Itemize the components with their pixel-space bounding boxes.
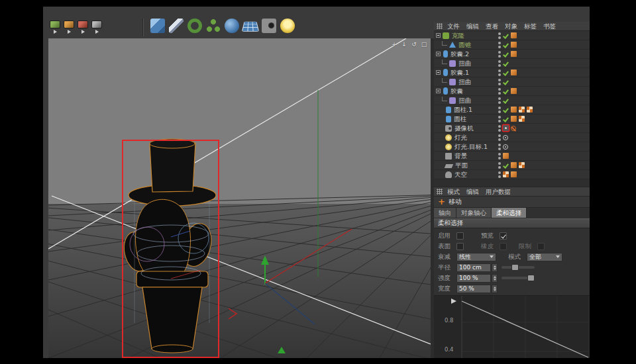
phong-tag-icon[interactable]: [511, 88, 517, 94]
phong-tag-icon[interactable]: [511, 42, 517, 48]
collapse-toggle-icon[interactable]: [436, 33, 441, 38]
strength-stepper[interactable]: [492, 274, 498, 283]
object-row-bend[interactable]: 扭曲: [434, 59, 590, 68]
phong-tag-icon[interactable]: [511, 107, 517, 113]
falloff-curve[interactable]: [434, 296, 590, 358]
visibility-toggles[interactable]: [498, 162, 501, 169]
enabled-check-icon[interactable]: [503, 60, 509, 67]
visibility-toggles[interactable]: [498, 42, 501, 48]
strength-input[interactable]: 100 %: [456, 274, 491, 283]
object-row-light[interactable]: 灯光: [434, 133, 590, 142]
visibility-toggles[interactable]: [498, 60, 501, 67]
phong-tag-icon[interactable]: [511, 162, 517, 168]
radius-slider[interactable]: [502, 266, 535, 269]
object-row-cylinder1[interactable]: 圆柱.1: [434, 105, 590, 114]
metaball-icon[interactable]: [225, 19, 239, 33]
phong-tag-icon[interactable]: [503, 153, 509, 159]
texture-tag-icon[interactable]: [519, 116, 525, 122]
enabled-check-icon[interactable]: [503, 32, 509, 39]
object-row-bend[interactable]: 扭曲: [434, 96, 590, 105]
render-queue-button[interactable]: [91, 21, 102, 34]
collapse-toggle-icon[interactable]: [436, 89, 441, 93]
mode-dropdown[interactable]: 全部: [527, 253, 562, 261]
enabled-check-icon[interactable]: [503, 97, 509, 104]
visibility-toggles[interactable]: [498, 125, 501, 132]
object-row-capsule[interactable]: 胶囊: [434, 87, 590, 96]
preview-checkbox[interactable]: [500, 232, 507, 240]
enabled-check-icon[interactable]: [503, 42, 509, 48]
collapse-toggle-icon[interactable]: [436, 52, 441, 56]
surface-checkbox[interactable]: [456, 243, 464, 250]
tab-object-axis[interactable]: 对象轴心: [456, 208, 492, 218]
enable-checkbox[interactable]: [456, 232, 464, 240]
slider-knob[interactable]: [527, 275, 535, 281]
width-stepper[interactable]: [492, 285, 498, 293]
visibility-toggles[interactable]: [498, 51, 501, 58]
menu-bookmarks[interactable]: 书签: [540, 22, 559, 31]
visibility-toggles[interactable]: [498, 153, 501, 159]
object-row-plane[interactable]: 平面: [434, 161, 590, 170]
object-row-capsule2[interactable]: 胶囊.2: [434, 50, 590, 59]
strength-slider[interactable]: [502, 277, 535, 279]
eraser-checkbox[interactable]: [500, 243, 507, 250]
light-tool-icon[interactable]: [280, 19, 295, 33]
enabled-check-icon[interactable]: [503, 69, 509, 76]
enabled-check-icon[interactable]: [503, 79, 509, 85]
menu-edit[interactable]: 编辑: [463, 187, 482, 197]
menu-edit[interactable]: 编辑: [463, 22, 482, 31]
compositing-tag-icon[interactable]: [511, 171, 517, 177]
menu-objects[interactable]: 对象: [502, 22, 521, 31]
render-settings-button[interactable]: [64, 21, 74, 34]
enabled-check-icon[interactable]: [503, 107, 509, 113]
texture-tag-icon[interactable]: [503, 171, 509, 177]
falloff-curve-panel[interactable]: 0.8 0.4: [434, 295, 590, 358]
visibility-toggles[interactable]: [498, 79, 501, 85]
object-row-camera[interactable]: 摄像机: [434, 124, 590, 133]
width-input[interactable]: 50 %: [456, 285, 491, 293]
visibility-toggles[interactable]: [498, 171, 501, 178]
visibility-toggles[interactable]: [498, 116, 501, 122]
visibility-toggles[interactable]: [498, 134, 501, 141]
slider-knob[interactable]: [511, 264, 519, 271]
pan-view-icon[interactable]: +: [390, 40, 398, 48]
panel-grip-icon[interactable]: [437, 23, 443, 29]
radius-input[interactable]: 100 cm: [456, 263, 491, 272]
visibility-toggles[interactable]: [498, 107, 501, 113]
tab-axis[interactable]: 轴向: [434, 208, 456, 218]
render-view-button[interactable]: [50, 21, 60, 34]
phong-tag-icon[interactable]: [511, 116, 517, 122]
object-row-background[interactable]: 背景: [434, 152, 590, 161]
phong-tag-icon[interactable]: [511, 32, 517, 38]
cube-primitive-icon[interactable]: [150, 19, 165, 33]
tab-soft-selection[interactable]: 柔和选择: [492, 208, 527, 218]
object-row-sky[interactable]: 天空: [434, 170, 590, 179]
mograph-array-icon[interactable]: [206, 19, 221, 33]
maximize-view-icon[interactable]: □: [420, 40, 428, 48]
texture-tag-icon[interactable]: [527, 107, 533, 113]
visibility-toggles[interactable]: [498, 32, 501, 39]
visibility-toggles[interactable]: [498, 97, 501, 104]
target-tag-icon[interactable]: [503, 144, 508, 150]
target-tag-icon[interactable]: [503, 135, 508, 140]
visibility-toggles[interactable]: [498, 144, 501, 150]
dolly-view-icon[interactable]: ↓: [400, 40, 408, 48]
enabled-check-icon[interactable]: [503, 162, 509, 169]
spline-pen-icon[interactable]: [169, 19, 184, 33]
radius-stepper[interactable]: [492, 263, 498, 272]
camera-tool-icon[interactable]: [262, 19, 276, 33]
phong-tag-icon[interactable]: [511, 51, 517, 57]
menu-file[interactable]: 文件: [444, 22, 463, 31]
edit-render-settings-button[interactable]: [78, 21, 88, 34]
menu-user-data[interactable]: 用户数据: [482, 187, 514, 197]
visibility-toggles[interactable]: [498, 69, 501, 76]
object-row-cone[interactable]: 圆锥: [434, 40, 590, 50]
object-row-light-target[interactable]: 灯光.目标.1: [434, 142, 590, 152]
object-row-cylinder[interactable]: 圆柱: [434, 114, 590, 124]
active-camera-toggle-highlighted[interactable]: [503, 125, 509, 131]
menu-mode[interactable]: 模式: [444, 187, 463, 197]
floor-plane-icon[interactable]: [242, 22, 259, 32]
texture-tag-icon[interactable]: [519, 162, 525, 168]
panel-grip-icon[interactable]: [437, 189, 443, 195]
texture-tag-icon[interactable]: [519, 107, 525, 113]
menu-view[interactable]: 查看: [482, 22, 502, 31]
